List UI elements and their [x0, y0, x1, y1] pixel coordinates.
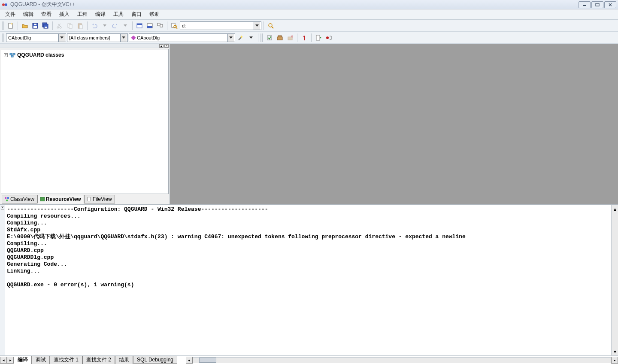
- expand-icon[interactable]: +: [4, 53, 8, 57]
- redo-dropdown[interactable]: [121, 21, 130, 30]
- output-button[interactable]: [145, 21, 154, 30]
- copy-button[interactable]: [65, 21, 75, 30]
- output-tab-results[interactable]: 结果: [115, 356, 133, 364]
- svg-rect-19: [69, 24, 72, 28]
- maximize-button[interactable]: [591, 1, 603, 8]
- hscroll-right-icon[interactable]: ▸: [611, 357, 618, 364]
- redo-button[interactable]: [110, 21, 120, 30]
- toolbar-grip[interactable]: [2, 21, 4, 30]
- output-vscrollbar[interactable]: ▴ ▾: [611, 205, 618, 355]
- svg-line-30: [176, 27, 177, 29]
- save-all-button[interactable]: [41, 21, 50, 30]
- find-combo[interactable]: d:: [180, 21, 261, 30]
- minimize-button[interactable]: [579, 1, 591, 8]
- menu-view[interactable]: 查看: [38, 10, 55, 19]
- svg-rect-43: [316, 35, 320, 40]
- output-text[interactable]: --------------------Configuration: QQGUA…: [5, 205, 611, 355]
- toolbar-standard: d:: [0, 20, 618, 32]
- build-button[interactable]: [275, 33, 285, 42]
- panel-close-icon[interactable]: ×: [164, 44, 169, 48]
- svg-rect-23: [137, 24, 142, 25]
- toolbar-grip[interactable]: [261, 33, 263, 42]
- member-combo-text: CAboutDlg: [137, 35, 227, 40]
- hscroll-thumb[interactable]: [199, 358, 216, 363]
- stop-build-button[interactable]: [285, 33, 295, 42]
- svg-rect-26: [158, 23, 160, 26]
- menu-file[interactable]: 文件: [2, 10, 19, 19]
- class-combo[interactable]: CAboutDlg: [6, 33, 66, 42]
- toolbar-grip[interactable]: [2, 33, 4, 42]
- svg-rect-27: [160, 24, 163, 27]
- svg-rect-38: [288, 37, 292, 40]
- tab-fileview[interactable]: FileView: [84, 195, 115, 203]
- toolbar-wizard: CAboutDlg [All class members] CAboutDlg: [0, 32, 618, 44]
- undo-button[interactable]: [90, 21, 99, 30]
- panel-min-icon[interactable]: ▴: [159, 44, 164, 48]
- output-tab-debug[interactable]: 调试: [32, 356, 50, 364]
- app-icon: [2, 2, 8, 8]
- tree-root-row[interactable]: + QQGUARD classes: [4, 52, 166, 58]
- tabs-scroll-right[interactable]: ▸: [7, 357, 14, 364]
- svg-rect-47: [11, 55, 13, 57]
- member-icon: [131, 36, 136, 40]
- window-list-button[interactable]: [155, 21, 165, 30]
- workspace-button[interactable]: [135, 21, 144, 30]
- go-button[interactable]: [314, 33, 323, 42]
- menu-insert[interactable]: 插入: [56, 10, 73, 19]
- insert-breakpoint-button[interactable]: [324, 33, 333, 42]
- main-area: ▴ × + QQGUARD classes ClassView Resource…: [0, 44, 618, 204]
- wizard-action-button[interactable]: [236, 33, 245, 42]
- svg-point-16: [57, 27, 59, 28]
- class-tree[interactable]: + QQGUARD classes: [1, 49, 169, 194]
- new-file-button[interactable]: [6, 21, 15, 30]
- undo-dropdown[interactable]: [100, 21, 109, 30]
- open-button[interactable]: [20, 21, 30, 30]
- svg-rect-49: [7, 197, 9, 199]
- tabs-scroll-left[interactable]: ◂: [0, 357, 7, 364]
- output-tabs-row: ◂ ▸ 编译 调试 查找文件 1 查找文件 2 结果 SQL Debugging…: [0, 355, 618, 364]
- find-button[interactable]: [266, 21, 276, 30]
- svg-point-41: [303, 36, 305, 37]
- menu-edit[interactable]: 编辑: [20, 10, 37, 19]
- member-combo[interactable]: CAboutDlg: [129, 33, 235, 42]
- close-button[interactable]: [604, 1, 616, 8]
- hscroll-left-icon[interactable]: ◂: [186, 357, 193, 364]
- output-tab-sql[interactable]: SQL Debugging: [133, 356, 177, 364]
- wizard-dropdown[interactable]: [246, 33, 256, 42]
- members-combo[interactable]: [All class members]: [67, 33, 128, 42]
- output-grip[interactable]: ×: [0, 205, 5, 355]
- tab-classview[interactable]: ClassView: [2, 195, 37, 203]
- save-button[interactable]: [30, 21, 40, 30]
- tab-resourceview[interactable]: ResourceView: [37, 195, 84, 203]
- cut-button[interactable]: [55, 21, 64, 30]
- output-tab-build[interactable]: 编译: [14, 356, 32, 364]
- svg-rect-46: [13, 53, 15, 55]
- svg-rect-2: [583, 5, 586, 6]
- find-in-files-button[interactable]: [170, 21, 179, 30]
- panel-header[interactable]: ▴ ×: [0, 44, 170, 48]
- svg-rect-48: [5, 197, 6, 199]
- svg-point-44: [326, 36, 329, 39]
- menu-window[interactable]: 窗口: [128, 10, 145, 19]
- output-close-icon[interactable]: ×: [1, 206, 4, 209]
- fileview-icon: [87, 197, 91, 201]
- menu-tools[interactable]: 工具: [110, 10, 127, 19]
- menu-help[interactable]: 帮助: [146, 10, 163, 19]
- scroll-down-icon[interactable]: ▾: [614, 349, 616, 355]
- output-hscrollbar[interactable]: ◂ ▸: [186, 357, 618, 364]
- menu-build[interactable]: 编译: [92, 10, 109, 19]
- paste-button[interactable]: [76, 21, 85, 30]
- output-tab-find2[interactable]: 查找文件 2: [82, 356, 115, 364]
- window-title: QQGUARD - 创天中文VC++: [10, 1, 75, 8]
- compile-button[interactable]: [265, 33, 274, 42]
- svg-rect-21: [79, 25, 82, 29]
- svg-rect-33: [131, 36, 136, 40]
- output-tab-find1[interactable]: 查找文件 1: [50, 356, 82, 364]
- svg-rect-50: [6, 200, 8, 201]
- menu-project[interactable]: 工程: [74, 10, 91, 19]
- svg-line-34: [239, 37, 242, 40]
- svg-point-1: [5, 3, 7, 6]
- class-combo-text: CAboutDlg: [7, 35, 58, 40]
- scroll-up-icon[interactable]: ▴: [614, 206, 616, 212]
- execute-button[interactable]: [300, 33, 309, 42]
